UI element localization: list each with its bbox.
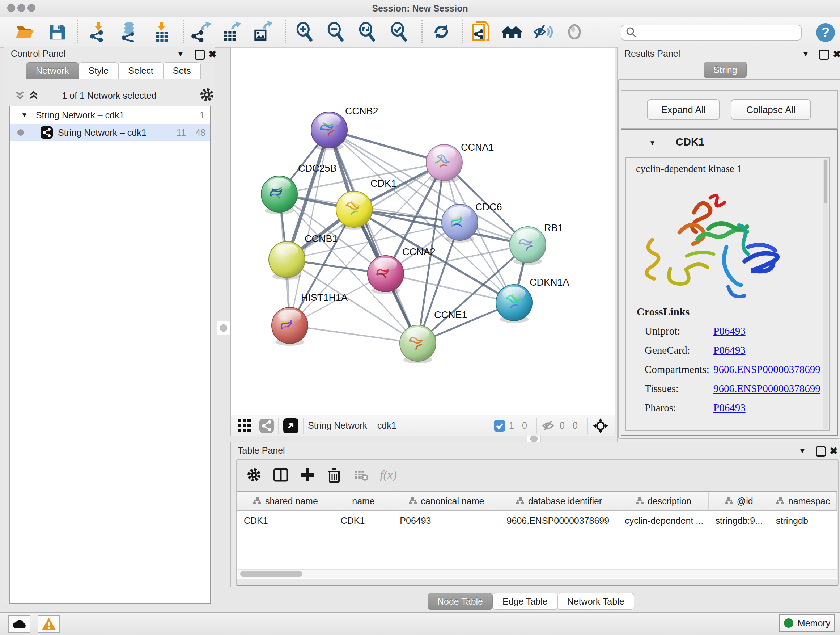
memory-button[interactable]: Memory bbox=[779, 614, 835, 632]
tab-network[interactable]: Network bbox=[26, 62, 79, 79]
open-session-button[interactable] bbox=[14, 21, 35, 43]
tab-string[interactable]: String bbox=[704, 62, 747, 78]
node-HIST1H1A[interactable]: HIST1H1A bbox=[272, 292, 347, 346]
tab-sets[interactable]: Sets bbox=[163, 62, 201, 79]
column-header-shared-name[interactable]: shared name bbox=[237, 492, 334, 510]
string-protein-query-button[interactable] bbox=[501, 21, 523, 43]
network-view-share-icon[interactable] bbox=[259, 418, 274, 433]
table-horizontal-scrollbar[interactable] bbox=[238, 570, 837, 578]
left-splitter-handle[interactable] bbox=[217, 321, 231, 335]
network-options-gear-icon[interactable] bbox=[199, 87, 215, 104]
warning-status-button[interactable] bbox=[38, 616, 60, 633]
crosslink-link[interactable]: 9606.ENSP00000378699 bbox=[714, 363, 821, 375]
crosslink-link[interactable]: 9606.ENSP00000378699 bbox=[714, 383, 821, 394]
tab-network-table[interactable]: Network Table bbox=[557, 593, 634, 610]
results-panel-menu-icon[interactable]: ▼ bbox=[802, 49, 810, 59]
shared-column-tree-icon bbox=[409, 497, 417, 505]
search-input[interactable] bbox=[621, 25, 802, 41]
node-CCNE1[interactable]: CCNE1 bbox=[400, 310, 467, 363]
control-panel-menu-icon[interactable]: ▼ bbox=[177, 49, 185, 59]
control-panel-close-icon[interactable]: ✖ bbox=[208, 49, 217, 60]
column-header-database-identifier[interactable]: database identifier bbox=[500, 492, 619, 510]
zoom-in-button[interactable] bbox=[294, 21, 316, 43]
gene-collapse-triangle-icon[interactable]: ▼ bbox=[649, 139, 656, 147]
tab-select[interactable]: Select bbox=[118, 62, 163, 79]
zoom-selected-button[interactable] bbox=[388, 21, 410, 43]
table-cell[interactable]: cyclin-dependent ... bbox=[618, 511, 709, 530]
add-column-plus-icon[interactable] bbox=[300, 467, 316, 483]
node-CDC25B[interactable]: CDC25B bbox=[261, 163, 337, 214]
help-button[interactable]: ? bbox=[816, 23, 835, 42]
column-header-namespac[interactable]: namespac bbox=[769, 492, 837, 510]
grid-view-icon[interactable] bbox=[238, 419, 251, 432]
column-header-canonical-name[interactable]: canonical name bbox=[393, 492, 500, 510]
selected-checkbox-icon[interactable] bbox=[494, 420, 505, 432]
table-row[interactable]: CDK1CDK1P064939606.ENSP00000378699cyclin… bbox=[237, 511, 837, 530]
table-settings-gear-icon[interactable] bbox=[246, 467, 262, 483]
table-cell[interactable]: CDK1 bbox=[237, 511, 334, 530]
collapse-triangle-icon[interactable]: ▼ bbox=[21, 111, 28, 119]
hide-enhanced-graphics-button[interactable] bbox=[564, 21, 585, 43]
table-panel-close-icon[interactable]: ✖ bbox=[829, 445, 838, 457]
results-panel-float-icon[interactable] bbox=[819, 50, 829, 60]
node-CCNB2[interactable]: CCNB2 bbox=[311, 106, 378, 150]
hidden-eye-icon[interactable] bbox=[542, 420, 556, 432]
network-list: ▼ String Network – cdk1 1 String Network… bbox=[9, 106, 210, 603]
zoom-out-button[interactable] bbox=[325, 21, 347, 43]
houses-icon bbox=[501, 21, 523, 42]
import-network-button[interactable] bbox=[88, 21, 109, 43]
tab-edge-table[interactable]: Edge Table bbox=[493, 593, 557, 610]
zoom-fit-button[interactable] bbox=[356, 21, 378, 43]
network-view-title: String Network – cdk1 bbox=[308, 420, 396, 431]
table-cell[interactable]: P06493 bbox=[393, 511, 500, 530]
collapse-all-button[interactable]: Collapse All bbox=[731, 99, 811, 120]
network-row-selected[interactable]: String Network – cdk1 11 48 bbox=[10, 124, 210, 141]
export-table-button[interactable] bbox=[220, 21, 242, 43]
crosslink-link[interactable]: P06493 bbox=[714, 402, 745, 414]
delete-column-trash-icon[interactable] bbox=[326, 467, 342, 483]
function-builder-icon[interactable]: f(x) bbox=[380, 468, 397, 482]
export-image-button[interactable] bbox=[251, 21, 273, 43]
network-graph[interactable]: CCNB2CCNA1CDC25BCDK1CDC6RB1CCNB1CCNA2CDK… bbox=[231, 48, 615, 414]
table-cell[interactable]: 9606.ENSP00000378699 bbox=[500, 511, 619, 530]
tab-style[interactable]: Style bbox=[79, 62, 118, 79]
cloud-status-button[interactable] bbox=[8, 616, 30, 633]
table-cell[interactable]: stringdb:9... bbox=[709, 511, 769, 530]
table-cell[interactable]: CDK1 bbox=[334, 511, 393, 530]
enhanced-graphics-button[interactable] bbox=[532, 21, 554, 43]
save-session-button[interactable] bbox=[46, 21, 68, 43]
export-network-button[interactable] bbox=[189, 21, 211, 43]
column-header-name[interactable]: name bbox=[334, 492, 393, 510]
node-RB1[interactable]: RB1 bbox=[510, 223, 563, 265]
table-scrollbar-thumb[interactable] bbox=[240, 571, 302, 577]
show-columns-icon[interactable] bbox=[273, 467, 289, 483]
open-in-cytoscape-web-button[interactable] bbox=[470, 21, 492, 43]
import-network-from-database-button[interactable] bbox=[118, 21, 140, 43]
apply-layout-button[interactable] bbox=[431, 21, 452, 43]
delete-table-icon[interactable] bbox=[353, 467, 369, 483]
toolbar-separator bbox=[422, 20, 423, 43]
node-CDKN1A[interactable]: CDKN1A bbox=[496, 277, 569, 323]
node-CCNA1[interactable]: CCNA1 bbox=[426, 142, 494, 183]
network-view[interactable]: CCNB2CCNA1CDC25BCDK1CDC6RB1CCNB1CCNA2CDK… bbox=[231, 47, 615, 415]
node-table[interactable]: shared namenamecanonical namedatabase id… bbox=[237, 491, 837, 578]
column-header--id[interactable]: @id bbox=[709, 492, 769, 510]
results-scrollbar[interactable] bbox=[823, 159, 828, 429]
network-collection-row[interactable]: ▼ String Network – cdk1 1 bbox=[10, 106, 210, 124]
table-panel-menu-icon[interactable]: ▼ bbox=[798, 446, 806, 455]
crosslink-link[interactable]: P06493 bbox=[714, 325, 745, 337]
results-scrollbar-thumb[interactable] bbox=[824, 160, 827, 203]
import-table-button[interactable] bbox=[151, 21, 173, 43]
expand-all-button[interactable]: Expand All bbox=[647, 99, 720, 120]
results-panel-close-icon[interactable]: ✖ bbox=[833, 49, 840, 60]
table-cell[interactable]: stringdb bbox=[769, 511, 837, 530]
toolbar-divider bbox=[303, 418, 303, 434]
birdseye-view-icon[interactable] bbox=[283, 418, 298, 433]
tab-node-table[interactable]: Node Table bbox=[428, 593, 493, 610]
fit-crosshair-icon[interactable] bbox=[592, 417, 609, 434]
node-CDC6[interactable]: CDC6 bbox=[442, 202, 502, 242]
crosslink-link[interactable]: P06493 bbox=[714, 344, 745, 356]
column-header-description[interactable]: description bbox=[618, 492, 709, 510]
control-panel-float-icon[interactable] bbox=[195, 50, 205, 60]
table-panel-float-icon[interactable] bbox=[816, 447, 826, 456]
